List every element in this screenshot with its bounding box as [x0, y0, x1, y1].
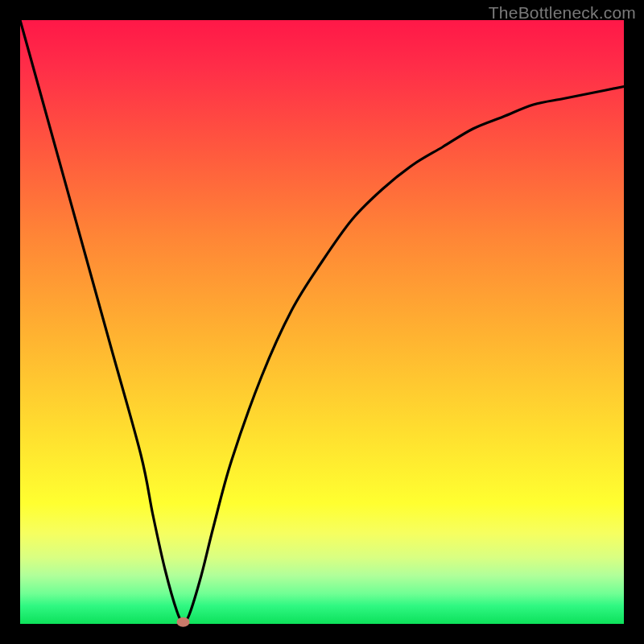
bottleneck-curve: [20, 20, 624, 621]
curve-layer: [20, 20, 624, 624]
watermark-text: TheBottleneck.com: [489, 3, 636, 23]
optimum-marker: [177, 617, 190, 627]
chart-container: TheBottleneck.com: [0, 0, 644, 644]
plot-area: [20, 20, 624, 624]
